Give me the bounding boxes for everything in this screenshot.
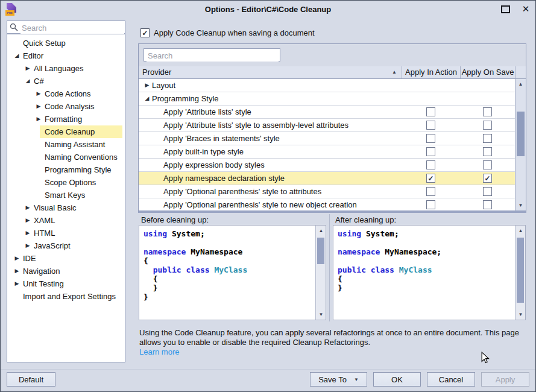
table-row-builtin-type[interactable]: Apply built-in type style [139, 145, 515, 159]
in-action-checkbox[interactable] [426, 121, 435, 130]
cancel-button[interactable]: Cancel [427, 372, 475, 387]
column-apply-on-save[interactable]: Apply On Save [461, 66, 515, 78]
table-row-expression-body[interactable]: Apply expression body styles [139, 159, 515, 172]
table-row-layout[interactable]: ▶ Layout [139, 79, 515, 92]
table-row-optional-parens-attributes[interactable]: Apply 'Optional parenthesis' style to at… [139, 185, 515, 198]
on-save-checkbox[interactable] [483, 187, 492, 196]
scrollbar-thumb[interactable] [517, 112, 525, 156]
footer: Default Save To ▼ OK Cancel Apply [1, 369, 535, 392]
table-row-optional-parens-new-object[interactable]: Apply 'Optional parenthesis' style to ne… [139, 198, 515, 210]
sidebar-item-csharp[interactable]: ◢C# [7, 75, 125, 87]
scroll-down-icon[interactable]: ▼ [516, 309, 526, 320]
on-save-checkbox[interactable] [483, 200, 492, 209]
on-save-checkbox[interactable] [483, 134, 492, 143]
in-action-checkbox[interactable] [426, 200, 435, 209]
tree-expanded-icon[interactable]: ◢ [143, 92, 151, 105]
tree-collapsed-icon[interactable]: ▶ [143, 79, 151, 92]
on-save-checkbox[interactable]: ✓ [483, 174, 492, 183]
row-label: Apply 'Optional parenthesis' style to at… [163, 185, 321, 198]
on-save-checkbox[interactable] [483, 107, 492, 116]
sidebar-item-code-analysis[interactable]: ▶Code Analysis [7, 100, 125, 113]
save-to-button[interactable]: Save To ▼ [310, 372, 367, 387]
sidebar-item-naming-assistant[interactable]: Naming Assistant [7, 138, 125, 151]
table-scrollbar[interactable]: ▲ ▼ [515, 79, 526, 210]
tree-collapsed-icon[interactable]: ▶ [35, 113, 42, 125]
in-action-checkbox[interactable] [426, 147, 435, 156]
scroll-up-icon[interactable]: ▲ [316, 226, 326, 236]
tree-collapsed-icon[interactable]: ▶ [35, 100, 42, 113]
after-code-scrollbar[interactable]: ▲ ▼ [515, 226, 525, 320]
in-action-checkbox[interactable] [426, 187, 435, 196]
sidebar-item-code-actions[interactable]: ▶Code Actions [7, 87, 125, 100]
scroll-up-icon[interactable]: ▲ [516, 226, 526, 236]
table-row-attribute-lists[interactable]: Apply 'Attribute lists' style [139, 106, 515, 119]
sidebar-item-html[interactable]: ▶HTML [7, 227, 125, 239]
on-save-checkbox[interactable] [483, 160, 492, 169]
table-row-programming-style[interactable]: ◢ Programming Style [139, 92, 515, 106]
tree-collapsed-icon[interactable]: ▶ [24, 214, 31, 227]
table-row-attribute-lists-assembly[interactable]: Apply 'Attribute lists' style to assembl… [139, 119, 515, 132]
sidebar-item-visual-basic[interactable]: ▶Visual Basic [7, 201, 125, 214]
tree-collapsed-icon[interactable]: ▶ [35, 87, 42, 100]
sidebar-item-quick-setup[interactable]: Quick Setup [7, 37, 125, 49]
sidebar-item-editor[interactable]: ◢Editor [7, 49, 125, 62]
column-apply-in-action[interactable]: Apply In Action [402, 66, 460, 78]
provider-search[interactable] [143, 48, 280, 62]
tree-collapsed-icon[interactable]: ▶ [24, 62, 31, 75]
page-description: Using the Code Cleanup feature, you can … [139, 328, 531, 347]
sidebar-item-navigation[interactable]: ▶Navigation [7, 265, 125, 277]
close-icon[interactable]: ✕ [520, 3, 532, 15]
window-title: Options - Editor\C#\Code Cleanup [1, 5, 535, 14]
sidebar-search[interactable] [7, 21, 125, 34]
sidebar-item-label: Unit Testing [23, 277, 64, 290]
column-provider[interactable]: Provider [142, 66, 171, 78]
sidebar-item-code-cleanup[interactable]: Code Cleanup [7, 125, 125, 138]
scroll-down-icon[interactable]: ▼ [316, 309, 326, 320]
checkbox[interactable]: ✓ [140, 28, 150, 37]
sidebar-item-programming-style[interactable]: Programming Style [7, 163, 125, 176]
maximize-icon[interactable] [501, 5, 510, 13]
scroll-up-icon[interactable]: ▲ [516, 79, 526, 89]
tree-collapsed-icon[interactable]: ▶ [24, 201, 31, 214]
sidebar-item-smart-keys[interactable]: Smart Keys [7, 189, 125, 201]
in-action-checkbox[interactable] [426, 134, 435, 143]
provider-search-input[interactable] [147, 49, 279, 62]
sidebar-search-input[interactable] [20, 22, 124, 34]
table-row-namespace-declaration[interactable]: Apply namespace declaration style ✓ ✓ [139, 172, 515, 185]
sidebar-item-xaml[interactable]: ▶XAML [7, 214, 125, 227]
in-action-checkbox[interactable]: ✓ [426, 174, 435, 183]
sidebar-item-unit-testing[interactable]: ▶Unit Testing [7, 277, 125, 290]
row-label: Layout [152, 79, 175, 92]
sidebar-item-import-export-settings[interactable]: Import and Export Settings [7, 290, 125, 303]
ok-button[interactable]: OK [373, 372, 421, 387]
tree-collapsed-icon[interactable]: ▶ [13, 265, 20, 277]
after-code-box: using System; namespace MyNamespace; pub… [333, 225, 526, 320]
scrollbar-thumb[interactable] [517, 238, 524, 303]
sidebar-item-naming-conventions[interactable]: Naming Conventions [7, 151, 125, 163]
sidebar-item-all-languages[interactable]: ▶All Languages [7, 62, 125, 75]
table-row-braces-in-statements[interactable]: Apply 'Braces in statements' style [139, 132, 515, 145]
tree-expanded-icon[interactable]: ◢ [13, 49, 20, 62]
sidebar-item-javascript[interactable]: ▶JavaScript [7, 239, 125, 252]
tree-collapsed-icon[interactable]: ▶ [24, 239, 31, 252]
options-tree: Quick Setup ◢Editor ▶All Languages ◢C# ▶… [7, 34, 125, 362]
on-save-checkbox[interactable] [483, 147, 492, 156]
tree-expanded-icon[interactable]: ◢ [24, 75, 31, 87]
before-code-scrollbar[interactable]: ▲ ▼ [315, 226, 326, 320]
tree-collapsed-icon[interactable]: ▶ [24, 227, 31, 239]
sidebar-item-ide[interactable]: ▶IDE [7, 252, 125, 265]
sidebar-item-scope-options[interactable]: Scope Options [7, 176, 125, 189]
default-button[interactable]: Default [7, 372, 55, 387]
in-action-checkbox[interactable] [426, 160, 435, 169]
sidebar-item-label: Editor [23, 49, 43, 62]
tree-collapsed-icon[interactable]: ▶ [13, 252, 20, 265]
tree-collapsed-icon[interactable]: ▶ [13, 277, 20, 290]
on-save-checkbox[interactable] [483, 121, 492, 130]
splitter[interactable] [329, 214, 330, 321]
sidebar-item-formatting[interactable]: ▶Formatting [7, 113, 125, 125]
scroll-down-icon[interactable]: ▼ [516, 200, 526, 210]
button-label: Apply [496, 375, 516, 384]
in-action-checkbox[interactable] [426, 107, 435, 116]
scrollbar-thumb[interactable] [317, 238, 324, 264]
learn-more-link[interactable]: Learn more [139, 347, 179, 357]
